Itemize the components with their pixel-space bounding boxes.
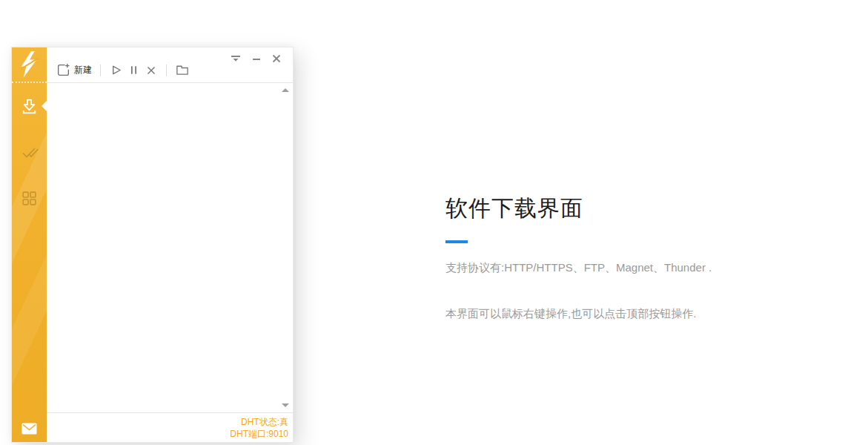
download-list-area[interactable] (47, 83, 293, 412)
lightning-bolt-icon (19, 50, 40, 79)
sidebar-item-messages[interactable] (12, 418, 47, 439)
start-button[interactable] (107, 62, 125, 79)
minimize-button[interactable] (252, 55, 261, 63)
toolbar-separator (166, 65, 167, 76)
title-accent-dash (445, 240, 468, 243)
collapse-to-tray-button[interactable] (231, 55, 241, 63)
scroll-up-arrow[interactable] (282, 88, 289, 92)
dht-port-text: DHT端口:9010 (47, 428, 288, 440)
folder-icon (175, 63, 190, 77)
dht-state-text: DHT状态:真 (47, 416, 288, 428)
open-folder-button[interactable] (173, 62, 192, 79)
new-task-label: 新建 (74, 64, 92, 76)
delete-task-button[interactable] (142, 62, 160, 79)
protocols-paragraph: 支持协议有:HTTP/HTTPS、FTP、Magnet、Thunder . (445, 261, 831, 275)
window-main: 新建 (47, 47, 293, 442)
new-file-icon (56, 63, 70, 77)
pause-button[interactable] (125, 62, 142, 79)
sidebar-item-downloads[interactable] (12, 83, 47, 129)
status-bar: DHT状态:真 DHT端口:9010 (47, 412, 293, 442)
new-task-button[interactable]: 新建 (54, 62, 94, 79)
window-header: 新建 (47, 47, 293, 83)
toolbar: 新建 (54, 62, 192, 79)
double-check-icon (20, 143, 39, 161)
page-title: 软件下载界面 (445, 194, 831, 224)
play-icon (109, 63, 123, 77)
download-manager-window: 新建 (11, 47, 294, 443)
toolbar-separator (100, 65, 101, 76)
window-controls (231, 54, 281, 63)
scroll-down-arrow[interactable] (282, 403, 289, 407)
envelope-icon (21, 423, 37, 435)
sidebar-item-completed[interactable] (12, 129, 47, 175)
download-icon (20, 97, 39, 116)
sidebar-item-categories[interactable] (12, 175, 47, 221)
doc-section: 软件下载界面 支持协议有:HTTP/HTTPS、FTP、Magnet、Thund… (445, 194, 831, 321)
app-logo (12, 47, 47, 83)
delete-x-icon (145, 64, 158, 77)
usage-paragraph: 本界面可以鼠标右键操作,也可以点击顶部按钮操作. (445, 307, 831, 321)
pause-icon (127, 63, 140, 77)
close-button[interactable] (272, 54, 281, 63)
sidebar (12, 47, 47, 442)
grid-icon (21, 190, 38, 207)
